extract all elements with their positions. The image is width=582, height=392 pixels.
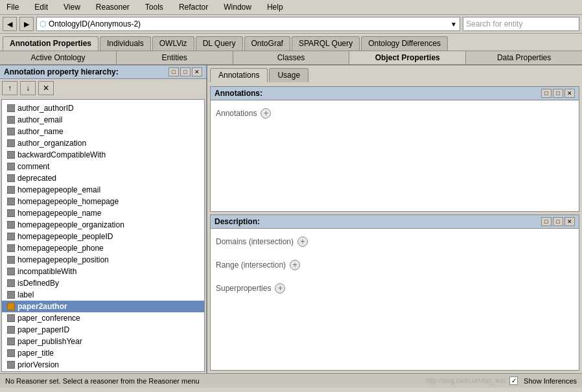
tab-dl-query[interactable]: DL Query — [196, 36, 243, 51]
menu-reasoner[interactable]: Reasoner — [92, 1, 134, 13]
tree-item[interactable]: seeAlso — [2, 371, 204, 372]
tree-toolbar: ↑ ↓ ✕ — [0, 79, 206, 98]
inner-tab-annotations[interactable]: Annotations — [210, 68, 268, 82]
subtab-data-properties[interactable]: Data Properties — [466, 51, 582, 64]
annotations-add-btn[interactable]: + — [261, 108, 271, 119]
tree-item[interactable]: backwardCompatibleWith — [2, 149, 204, 161]
item-icon — [7, 291, 15, 299]
tree-item[interactable]: incompatibleWith — [2, 266, 204, 277]
tree-item[interactable]: homepagepeople_name — [2, 207, 204, 219]
subtab-entities[interactable]: Entities — [117, 51, 233, 64]
tree-item[interactable]: author_name — [2, 126, 204, 137]
panel-minimize-btn[interactable]: □ — [169, 67, 179, 76]
content-area: Annotation property hierarchy: □ □ ✕ ↑ ↓… — [0, 65, 582, 373]
description-section: Description: □ □ ✕ Domains (intersection… — [210, 214, 579, 371]
menu-file[interactable]: File — [3, 1, 23, 13]
tab-annotation-properties[interactable]: Annotation Properties — [3, 36, 99, 51]
tree-item[interactable]: homepagepeople_phone — [2, 242, 204, 254]
tree-item[interactable]: homepagepeople_peopleID — [2, 231, 204, 242]
tree-item[interactable]: paper_conference — [2, 312, 204, 324]
tree-up-btn[interactable]: ↑ — [2, 81, 17, 95]
inner-tab-usage[interactable]: Usage — [269, 68, 308, 82]
status-message: No Reasoner set. Select a reasoner from … — [5, 377, 200, 385]
item-icon — [7, 303, 15, 310]
subtab-object-properties[interactable]: Object Properties — [349, 51, 466, 64]
range-add-btn[interactable]: + — [290, 260, 300, 270]
item-icon — [7, 186, 15, 194]
annotations-header: Annotations: □ □ ✕ — [211, 87, 579, 100]
item-icon — [7, 338, 15, 345]
tree-item-selected[interactable]: paper2author — [2, 301, 204, 312]
tree-delete-btn[interactable]: ✕ — [38, 81, 54, 95]
tree-item[interactable]: homepagepeople_homepage — [2, 196, 204, 207]
panel-close-btn[interactable]: ✕ — [192, 67, 202, 76]
tab-individuals[interactable]: Individuals — [100, 36, 151, 51]
range-row: Range (intersection) + — [216, 257, 574, 273]
description-content: Domains (intersection) + Range (intersec… — [211, 229, 579, 370]
tab-ontograf[interactable]: OntoGraf — [244, 36, 290, 51]
statusbar-right: http://blog.csdn.net/tao_sun Show Infere… — [426, 376, 577, 385]
domains-row: Domains (intersection) + — [216, 234, 574, 249]
menu-edit[interactable]: Edit — [30, 1, 52, 13]
tree-item[interactable]: author_email — [2, 114, 204, 126]
back-button[interactable]: ◀ — [3, 17, 17, 31]
tree-item[interactable]: author_organization — [2, 137, 204, 149]
tree-item[interactable]: homepagepeople_position — [2, 254, 204, 266]
item-icon — [7, 244, 15, 252]
superproperties-add-btn[interactable]: + — [275, 283, 285, 294]
item-icon — [7, 233, 15, 240]
subtab-classes[interactable]: Classes — [233, 51, 350, 64]
tab-ontology-differences[interactable]: Ontology Differences — [361, 36, 448, 51]
menu-refactor[interactable]: Refactor — [175, 1, 212, 13]
domains-add-btn[interactable]: + — [297, 236, 308, 247]
tree-item[interactable]: paper_paperID — [2, 324, 204, 336]
annot-close-btn[interactable]: ✕ — [565, 89, 575, 98]
panel-maximize-btn[interactable]: □ — [180, 67, 191, 76]
tree-item[interactable]: isDefinedBy — [2, 277, 204, 289]
menu-window[interactable]: Window — [220, 1, 255, 13]
desc-minimize-btn[interactable]: □ — [541, 217, 552, 226]
ontology-dropdown[interactable]: ⬡ OntologyID(Anonymous-2) ▼ — [36, 17, 460, 31]
item-icon — [7, 128, 15, 135]
show-inferences-checkbox[interactable] — [509, 376, 518, 385]
desc-close-btn[interactable]: ✕ — [565, 217, 575, 226]
tree-item[interactable]: homepagepeople_email — [2, 184, 204, 196]
forward-button[interactable]: ▶ — [19, 17, 34, 31]
item-icon — [7, 209, 15, 217]
tree-item[interactable]: priorVersion — [2, 359, 204, 371]
annot-minimize-btn[interactable]: □ — [541, 89, 552, 98]
description-header: Description: □ □ ✕ — [211, 215, 579, 229]
sub-tabs: Active Ontology Entities Classes Object … — [0, 51, 582, 65]
annot-maximize-btn[interactable]: □ — [553, 89, 563, 98]
superproperties-label: Superproperties — [216, 284, 271, 293]
tree-item[interactable]: paper_publishYear — [2, 336, 204, 347]
annotations-title: Annotations: — [215, 89, 262, 98]
tab-owlviz[interactable]: OWLViz — [152, 36, 194, 51]
main-tabs: Annotation Properties Individuals OWLViz… — [0, 34, 582, 51]
tree-item[interactable]: homepagepeople_organization — [2, 219, 204, 231]
tree-container[interactable]: author_authorID author_email author_name… — [1, 99, 205, 372]
menu-view[interactable]: View — [60, 1, 84, 13]
tab-sparql[interactable]: SPARQL Query — [292, 36, 360, 51]
tree-down-btn[interactable]: ↓ — [20, 81, 36, 95]
tree-item[interactable]: author_authorID — [2, 102, 204, 114]
range-label: Range (intersection) — [216, 260, 286, 270]
search-box[interactable]: Search for entity — [463, 17, 579, 31]
tree-item[interactable]: comment — [2, 161, 204, 172]
item-icon — [7, 151, 15, 159]
tree-item[interactable]: deprecated — [2, 172, 204, 184]
item-icon — [7, 221, 15, 229]
tree-item[interactable]: label — [2, 289, 204, 301]
inner-tabs: Annotations Usage — [210, 68, 579, 82]
statusbar: No Reasoner set. Select a reasoner from … — [0, 373, 582, 387]
menu-help[interactable]: Help — [263, 1, 287, 13]
menu-tools[interactable]: Tools — [141, 1, 167, 13]
item-icon — [7, 139, 15, 147]
tree-item[interactable]: paper_title — [2, 347, 204, 359]
desc-maximize-btn[interactable]: □ — [553, 217, 563, 226]
item-icon — [7, 314, 15, 322]
annotations-section: Annotations: □ □ ✕ Annotations + — [210, 86, 579, 212]
item-icon — [7, 268, 15, 275]
subtab-active-ontology[interactable]: Active Ontology — [0, 51, 117, 64]
item-icon — [7, 361, 15, 369]
